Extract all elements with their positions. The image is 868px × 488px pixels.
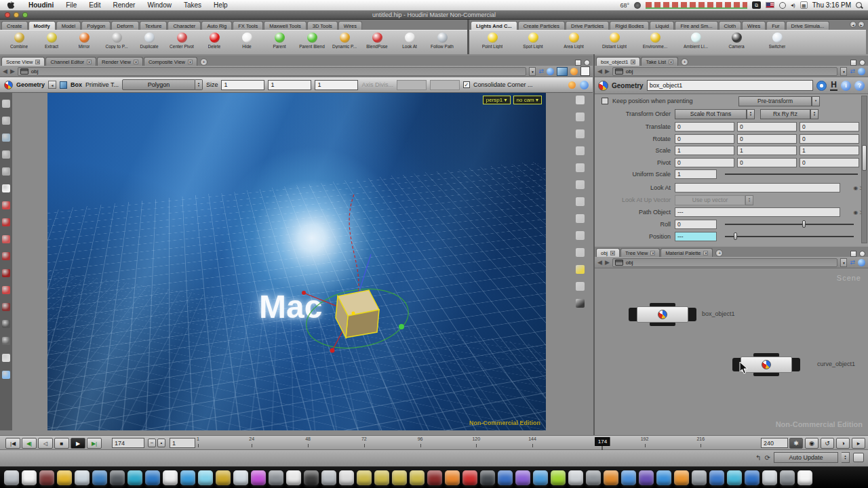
roll-slider[interactable] <box>725 224 854 225</box>
shelf-right-tab-liquid[interactable]: Liquid <box>650 21 674 30</box>
dock-app-icon-34[interactable] <box>604 470 618 485</box>
tab-composite-view[interactable]: Composite View✕ <box>144 57 197 66</box>
pretransform-dropdown[interactable]: Pre-transform <box>738 96 812 106</box>
node-name-input[interactable] <box>647 80 814 91</box>
transform-manipulator[interactable] <box>47 93 546 430</box>
dock-app-icon-45[interactable] <box>797 470 812 485</box>
tab-box-object1[interactable]: box_object1✕ <box>596 57 640 66</box>
param-globe-icon[interactable] <box>858 68 865 75</box>
scale-input-x[interactable] <box>675 146 734 155</box>
shelf-left-tool-delete[interactable]: Delete <box>198 32 231 54</box>
playbar-gear-icon[interactable]: ✱ <box>789 438 803 449</box>
left-tool-icon-15[interactable] <box>2 354 10 362</box>
rotate-order-dropdown[interactable]: Rx Ry Rz <box>760 109 810 119</box>
side-tool-icon-0[interactable] <box>576 96 585 104</box>
shelf-left-tab-character[interactable]: Character <box>167 21 201 30</box>
forward-arrow-icon[interactable]: ▶ <box>10 68 15 75</box>
primitive-type-select[interactable]: Polygon <box>122 79 195 90</box>
side-tool-icon-10[interactable] <box>576 265 585 274</box>
size-y-input[interactable] <box>268 80 311 90</box>
dock-app-icon-41[interactable] <box>727 470 742 485</box>
param-path-field[interactable]: obj <box>612 67 838 76</box>
left-tool-icon-1[interactable] <box>2 117 10 125</box>
tab-channel-editor[interactable]: Channel Editor✕ <box>45 57 96 66</box>
shelf-right-tool-ambient-li-[interactable]: Ambient Li... <box>675 32 716 54</box>
tab-material-palette[interactable]: Material Palette✕ <box>660 248 713 257</box>
side-tool-icon-1[interactable] <box>576 113 585 121</box>
left-tool-icon-10[interactable] <box>2 269 10 277</box>
transform-order-dropdown[interactable]: Scale Rot Trans <box>675 109 747 119</box>
menu-edit[interactable]: Edit <box>83 1 106 9</box>
playbar-options-icon[interactable]: ▸ <box>852 438 865 449</box>
rotate-input-x[interactable] <box>675 134 734 144</box>
network-forward-icon[interactable]: ▶ <box>605 259 610 266</box>
dock-app-icon-40[interactable] <box>709 470 724 485</box>
range-start-input[interactable] <box>170 438 195 448</box>
shelf-left-tool-extract[interactable]: Extract <box>35 32 68 54</box>
ical-icon[interactable]: ▦ <box>800 1 808 9</box>
scale-input-z[interactable] <box>800 146 859 155</box>
window-titlebar[interactable]: untitled.hip - Houdini Master Non-Commer… <box>0 11 868 20</box>
left-tool-icon-14[interactable] <box>2 337 10 345</box>
dock-app-icon-5[interactable] <box>92 470 107 485</box>
dock-app-icon-28[interactable] <box>498 470 513 485</box>
shelf-left-tool-look-at[interactable]: Look At <box>393 32 426 54</box>
side-tool-icon-7[interactable] <box>576 214 585 223</box>
close-tab-icon[interactable]: ✕ <box>188 60 193 64</box>
add-param-tab-button[interactable]: + <box>681 58 688 66</box>
pivot-input-x[interactable] <box>675 158 734 167</box>
dock-app-icon-26[interactable] <box>462 470 477 485</box>
shelf-right-tab-fur[interactable]: Fur <box>766 21 785 30</box>
pretransform-stepper[interactable]: ▼ <box>812 96 820 106</box>
left-tool-icon-3[interactable] <box>2 150 10 159</box>
uniform-scale-slider[interactable] <box>725 174 858 175</box>
network-maximize-icon[interactable] <box>850 251 856 257</box>
dock-app-icon-43[interactable] <box>762 470 777 485</box>
dock-app-icon-1[interactable] <box>22 470 37 485</box>
realtime-toggle-icon[interactable]: ◉ <box>805 438 818 449</box>
dock-app-icon-6[interactable] <box>110 470 125 485</box>
dock-app-icon-39[interactable] <box>692 470 707 485</box>
side-tool-icon-4[interactable] <box>576 163 585 172</box>
left-tool-icon-9[interactable] <box>2 252 10 260</box>
left-tool-icon-0[interactable] <box>2 100 10 108</box>
operation-dropdown-button[interactable]: ◂ <box>48 81 56 89</box>
position-slider[interactable] <box>725 236 854 237</box>
dock-app-icon-11[interactable] <box>198 470 213 485</box>
audio-toggle-icon[interactable]: ◑ <box>836 438 850 449</box>
shelf-left-tool-hide[interactable]: Hide <box>231 32 263 54</box>
translate-input-y[interactable] <box>737 122 797 131</box>
maximize-pane-icon[interactable] <box>575 60 581 66</box>
side-tool-icon-11[interactable] <box>576 282 585 291</box>
rotate-input-z[interactable] <box>800 134 859 144</box>
roll-slider-handle[interactable] <box>802 220 806 228</box>
volume-icon[interactable]: ◂) <box>791 2 795 8</box>
side-tool-icon-12[interactable] <box>576 299 585 308</box>
close-tab-icon[interactable]: ✕ <box>631 60 635 64</box>
shelf-left-tab-modify[interactable]: Modify <box>28 21 56 30</box>
help-sphere-icon[interactable] <box>580 81 589 89</box>
side-tool-icon-3[interactable] <box>576 146 585 155</box>
dock-app-icon-44[interactable] <box>780 470 795 485</box>
dock-app-icon-7[interactable] <box>127 470 142 485</box>
network-link-icon[interactable]: ⇄ <box>850 259 855 266</box>
display-icon[interactable]: ⧉ <box>752 1 761 9</box>
translate-input-x[interactable] <box>675 122 734 131</box>
size-z-input[interactable] <box>315 80 358 90</box>
shelf-left-tool-combine[interactable]: Combine <box>3 32 35 54</box>
network-back-icon[interactable]: ◀ <box>597 259 602 266</box>
dock-app-icon-9[interactable] <box>163 470 178 485</box>
pin-icon[interactable] <box>816 81 827 91</box>
shelf-right-tab-rigid-bodies[interactable]: Rigid Bodies <box>610 21 649 30</box>
shelf-left-tab-maxwell-tools[interactable]: Maxwell Tools <box>264 21 307 30</box>
cam-select-menu[interactable]: no cam ▾ <box>513 96 542 104</box>
play-button[interactable]: ▶ <box>71 438 85 449</box>
dock-app-icon-8[interactable] <box>145 470 160 485</box>
render-flipbook-icon[interactable] <box>570 68 578 75</box>
dock-app-icon-35[interactable] <box>621 470 636 485</box>
shelf-left-tool-parent-blend[interactable]: Parent Blend <box>296 32 328 54</box>
param-menu-icon[interactable] <box>859 60 865 66</box>
left-tool-icon-16[interactable] <box>2 371 10 379</box>
menu-file[interactable]: File <box>60 1 83 9</box>
stop-button[interactable]: ■ <box>54 438 69 449</box>
